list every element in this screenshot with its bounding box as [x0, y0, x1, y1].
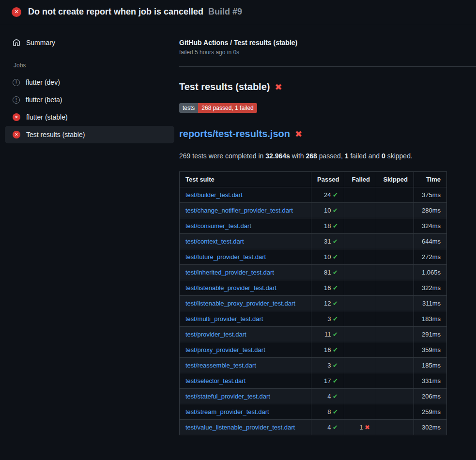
failed-cell: [344, 327, 376, 342]
time-cell: 259ms: [414, 404, 447, 420]
test-results-table: Test suite Passed Failed Skipped Time te…: [179, 171, 447, 435]
skipped-cell: [376, 404, 414, 420]
passed-cell: 3 ✔: [311, 358, 344, 373]
skipped-cell: [376, 234, 414, 249]
table-row: test/listenable_proxy_provider_test.dart…: [180, 296, 447, 311]
report-title: reports/test-results.json ✖: [179, 128, 476, 139]
jobs-heading: Jobs: [0, 51, 179, 74]
skipped-cell: [376, 389, 414, 404]
time-cell: 185ms: [414, 358, 447, 373]
column-header-failed: Failed: [344, 172, 376, 187]
cancelled-status-icon: !: [13, 96, 20, 104]
sidebar-job-flutter-dev[interactable]: ! flutter (dev): [5, 74, 174, 91]
passed-cell: 8 ✔: [311, 404, 344, 420]
column-header-test-suite: Test suite: [180, 172, 311, 187]
x-icon: ✖: [365, 424, 370, 431]
check-icon: ✔: [333, 300, 338, 307]
run-title: Do not create report when job is cancell…: [28, 7, 203, 16]
failed-x-icon: ✖: [275, 82, 282, 92]
table-row: test/inherited_provider_test.dart81 ✔1.0…: [180, 265, 447, 280]
table-header-row: Test suite Passed Failed Skipped Time: [180, 172, 447, 187]
divider: [179, 66, 476, 67]
skipped-cell: [376, 420, 414, 435]
table-row: test/future_provider_test.dart10 ✔272ms: [180, 249, 447, 265]
check-icon: ✔: [333, 315, 338, 322]
passed-cell: 10 ✔: [311, 249, 344, 265]
test-suite-link[interactable]: test/builder_test.dart: [185, 191, 243, 199]
test-suite-link[interactable]: test/change_notifier_provider_test.dart: [185, 207, 293, 214]
check-icon: ✔: [333, 253, 338, 261]
sidebar-job-test-results-stable[interactable]: ✕ Test results (stable): [5, 126, 174, 143]
time-cell: 311ms: [414, 296, 447, 311]
report-file-link[interactable]: reports/test-results.json: [179, 128, 290, 139]
check-icon: ✔: [333, 238, 338, 245]
check-icon: ✔: [333, 284, 338, 291]
failed-cell: [344, 218, 376, 234]
check-icon: ✔: [333, 207, 338, 214]
run-header: ✕ Do not create report when job is cance…: [0, 0, 476, 24]
main-content: GitHub Actions / Test results (stable) f…: [179, 24, 476, 435]
sidebar-job-flutter-beta[interactable]: ! flutter (beta): [5, 91, 174, 108]
column-header-time: Time: [414, 172, 447, 187]
failed-status-icon: ✕: [12, 7, 21, 17]
failed-cell: [344, 265, 376, 280]
failed-status-icon: ✕: [13, 131, 20, 138]
skipped-cell: [376, 342, 414, 358]
time-cell: 1.065s: [414, 265, 447, 280]
check-icon: ✔: [333, 269, 338, 276]
test-suite-link[interactable]: test/reassemble_test.dart: [185, 362, 256, 369]
failed-cell: [344, 389, 376, 404]
test-suite-link[interactable]: test/listenable_provider_test.dart: [185, 284, 276, 291]
table-row: test/context_test.dart31 ✔644ms: [180, 234, 447, 249]
breadcrumb: GitHub Actions / Test results (stable): [179, 39, 476, 46]
skipped-cell: [376, 358, 414, 373]
table-row: test/multi_provider_test.dart3 ✔183ms: [180, 311, 447, 327]
sidebar-job-flutter-stable[interactable]: ✕ flutter (stable): [5, 108, 174, 126]
time-cell: 322ms: [414, 280, 447, 296]
time-cell: 272ms: [414, 249, 447, 265]
time-cell: 291ms: [414, 327, 447, 342]
table-row: test/stateful_provider_test.dart4 ✔206ms: [180, 389, 447, 404]
passed-cell: 18 ✔: [311, 218, 344, 234]
test-suite-link[interactable]: test/future_provider_test.dart: [185, 253, 266, 261]
passed-cell: 17 ✔: [311, 373, 344, 389]
test-suite-link[interactable]: test/stream_provider_test.dart: [185, 408, 269, 415]
skipped-cell: [376, 203, 414, 218]
passed-cell: 16 ✔: [311, 342, 344, 358]
time-cell: 375ms: [414, 187, 447, 203]
passed-cell: 24 ✔: [311, 187, 344, 203]
test-suite-link[interactable]: test/selector_test.dart: [185, 377, 246, 384]
sidebar: Summary Jobs ! flutter (dev) ! flutter (…: [0, 24, 179, 143]
summary-duration: 32.964s: [265, 152, 290, 160]
test-suite-link[interactable]: test/value_listenable_provider_test.dart: [185, 424, 295, 431]
skipped-cell: [376, 296, 414, 311]
passed-cell: 4 ✔: [311, 420, 344, 435]
time-cell: 206ms: [414, 389, 447, 404]
test-suite-link[interactable]: test/proxy_provider_test.dart: [185, 346, 265, 353]
passed-cell: 3 ✔: [311, 311, 344, 327]
check-icon: ✔: [333, 408, 338, 415]
time-cell: 280ms: [414, 203, 447, 218]
test-suite-link[interactable]: test/stateful_provider_test.dart: [185, 393, 270, 400]
table-row: test/selector_test.dart17 ✔331ms: [180, 373, 447, 389]
passed-cell: 81 ✔: [311, 265, 344, 280]
test-results-body: test/builder_test.dart24 ✔375mstest/chan…: [180, 187, 447, 435]
skipped-cell: [376, 373, 414, 389]
table-row: test/consumer_test.dart18 ✔324ms: [180, 218, 447, 234]
test-suite-link[interactable]: test/inherited_provider_test.dart: [185, 269, 274, 276]
summary-passed-count: 268: [306, 152, 317, 160]
failed-cell: 1 ✖: [344, 420, 376, 435]
test-suite-link[interactable]: test/listenable_proxy_provider_test.dart: [185, 300, 295, 307]
failed-cell: [344, 249, 376, 265]
test-suite-link[interactable]: test/context_test.dart: [185, 238, 244, 245]
table-row: test/stream_provider_test.dart8 ✔259ms: [180, 404, 447, 420]
check-icon: ✔: [333, 362, 338, 369]
table-row: test/builder_test.dart24 ✔375ms: [180, 187, 447, 203]
summary-skipped-count: 0: [382, 152, 385, 160]
job-label: flutter (dev): [26, 78, 60, 86]
sidebar-item-summary[interactable]: Summary: [5, 34, 174, 51]
test-suite-link[interactable]: test/consumer_test.dart: [185, 222, 251, 230]
failed-cell: [344, 311, 376, 327]
test-suite-link[interactable]: test/provider_test.dart: [185, 331, 246, 338]
test-suite-link[interactable]: test/multi_provider_test.dart: [185, 315, 263, 322]
